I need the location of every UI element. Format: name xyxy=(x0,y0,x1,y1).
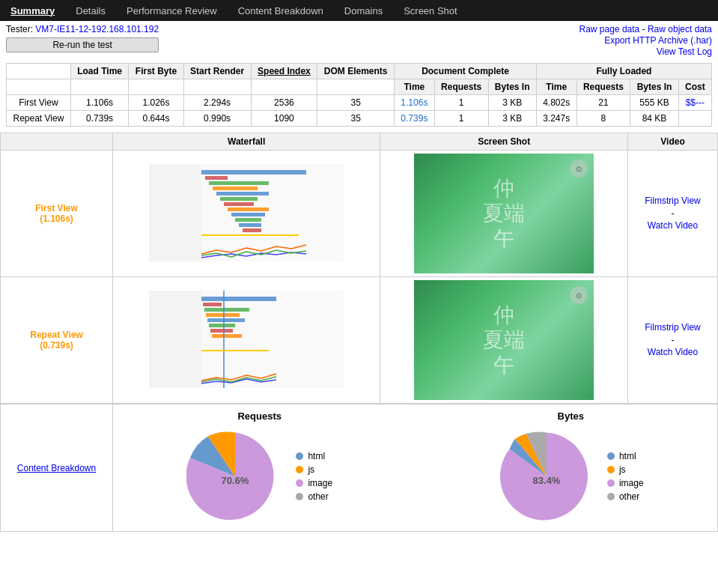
watermark2: ⊙ xyxy=(570,286,588,304)
dash2: - xyxy=(631,335,714,345)
empty-sr xyxy=(183,79,251,95)
nav-summary[interactable]: Summary xyxy=(0,0,65,21)
perf-full-cost-0[interactable]: $$--- xyxy=(678,95,711,111)
requests-legend-html: html xyxy=(296,451,332,461)
watermark: ⊙ xyxy=(570,160,588,178)
perf-dom-1: 35 xyxy=(317,111,395,127)
bytes-pie-svg: 83.4% xyxy=(498,428,595,525)
svg-rect-22 xyxy=(209,324,235,327)
full-bytes-header: Bytes In xyxy=(630,79,678,95)
bytes-legend-other: other xyxy=(607,491,644,502)
first-view-filmstrip-link[interactable]: Filmstrip View xyxy=(631,194,714,208)
repeat-view-waterfall-svg xyxy=(149,291,344,388)
empty-fb xyxy=(129,79,183,95)
svg-rect-13 xyxy=(243,228,261,232)
requests-chart-title: Requests xyxy=(237,410,282,422)
svg-rect-7 xyxy=(220,197,258,201)
perf-doc-bytes-0: 3 KB xyxy=(488,95,536,111)
doc-bytes-header: Bytes In xyxy=(488,79,536,95)
info-right: Raw page data - Raw object data Export H… xyxy=(579,24,712,57)
perf-doc-req-1: 1 xyxy=(434,111,488,127)
raw-object-data-link[interactable]: Raw object data xyxy=(648,24,712,34)
perf-first-byte-1: 0.644s xyxy=(129,111,183,127)
repeat-view-label: Repeat View(0.739s) xyxy=(1,277,113,404)
info-left: Tester: VM7-IE11-12-192.168.101.192 Re-r… xyxy=(6,24,159,57)
svg-rect-16 xyxy=(149,291,201,388)
nav-content-breakdown[interactable]: Content Breakdown xyxy=(228,0,334,21)
svg-rect-17 xyxy=(201,297,276,301)
screenshot-header: Screen Shot xyxy=(380,133,628,151)
first-view-waterfall[interactable] xyxy=(113,151,380,277)
perf-full-time-0: 4.802s xyxy=(536,95,576,111)
results-empty-header xyxy=(1,133,113,151)
results-table: Waterfall Screen Shot Video First View(1… xyxy=(0,133,718,404)
first-view-label: First View(1.106s) xyxy=(1,151,113,277)
perf-load-time-0: 1.106s xyxy=(70,95,129,111)
col-first-byte: First Byte xyxy=(129,64,183,79)
perf-start-render-0: 2.294s xyxy=(183,95,251,111)
perf-doc-req-0: 1 xyxy=(434,95,488,111)
svg-rect-6 xyxy=(216,192,269,196)
repeat-view-waterfall[interactable] xyxy=(113,277,380,404)
content-breakdown-table: Content Breakdown Requests xyxy=(0,404,718,532)
export-http-link[interactable]: Export HTTP Archive (.har) xyxy=(604,35,712,46)
repeat-view-watch-video-link[interactable]: Watch Video xyxy=(631,345,714,360)
bytes-legend: html js image xyxy=(607,451,644,502)
perf-full-time-1: 3.247s xyxy=(536,111,576,127)
svg-rect-23 xyxy=(210,329,233,333)
bytes-html-dot xyxy=(607,452,615,460)
screenshot-chinese-text: 仲夏端午 xyxy=(483,176,525,252)
repeat-view-video: Filmstrip View - Watch Video xyxy=(628,277,718,404)
bytes-image-label: image xyxy=(619,478,644,488)
repeat-view-screenshot-img: ⊙ 仲夏端午 xyxy=(414,280,594,400)
nav-details[interactable]: Details xyxy=(65,0,116,21)
content-breakdown-charts: Requests xyxy=(113,404,718,532)
col-load-time: Load Time xyxy=(70,64,129,79)
full-requests-header: Requests xyxy=(576,79,630,95)
perf-start-render-1: 0.990s xyxy=(183,111,251,127)
svg-rect-11 xyxy=(235,218,261,222)
repeat-view-screenshot: ⊙ 仲夏端午 xyxy=(380,277,628,404)
perf-speed-index-0: 2536 xyxy=(251,95,317,111)
nav-performance-review[interactable]: Performance Review xyxy=(116,0,228,21)
empty-si xyxy=(251,79,317,95)
tester-info: Tester: VM7-IE11-12-192.168.101.192 xyxy=(6,24,159,34)
perf-doc-time-1: 0.739s xyxy=(395,111,435,127)
view-test-log-link[interactable]: View Test Log xyxy=(657,46,712,57)
svg-rect-4 xyxy=(209,181,269,185)
perf-full-bytes-0: 555 KB xyxy=(630,95,678,111)
perf-section: Load Time First Byte Start Render Speed … xyxy=(0,60,718,127)
image-label: image xyxy=(308,478,332,488)
navbar: Summary Details Performance Review Conte… xyxy=(0,0,718,21)
bytes-js-label: js xyxy=(619,464,626,475)
fully-loaded-header: Fully Loaded xyxy=(536,64,711,79)
perf-first-byte-0: 1.026s xyxy=(129,95,183,111)
bytes-other-dot xyxy=(607,493,615,500)
nav-screen-shot[interactable]: Screen Shot xyxy=(393,0,468,21)
content-breakdown-link[interactable]: Content Breakdown xyxy=(17,463,96,473)
svg-rect-21 xyxy=(207,318,245,322)
bytes-other-label: other xyxy=(619,491,639,502)
nav-domains[interactable]: Domains xyxy=(334,0,393,21)
perf-dom-0: 35 xyxy=(317,95,395,111)
first-view-watch-video-link[interactable]: Watch Video xyxy=(631,219,714,233)
bytes-legend-image: image xyxy=(607,478,644,488)
svg-rect-3 xyxy=(205,176,228,180)
svg-rect-19 xyxy=(204,308,249,312)
requests-legend-other: other xyxy=(296,491,332,502)
waterfall-header: Waterfall xyxy=(113,133,380,151)
dash1: - xyxy=(631,208,714,219)
svg-text:70.6%: 70.6% xyxy=(222,475,249,486)
first-view-waterfall-svg xyxy=(149,164,344,261)
repeat-view-filmstrip-link[interactable]: Filmstrip View xyxy=(631,321,714,335)
doc-time-header: Time xyxy=(395,79,435,95)
requests-chart-with-legend: 70.6% html js xyxy=(186,428,332,525)
perf-row-label-0: First View xyxy=(7,95,71,111)
raw-page-data-link[interactable]: Raw page data xyxy=(579,24,640,34)
tester-label: Tester: xyxy=(6,24,33,34)
svg-rect-2 xyxy=(201,170,306,175)
empty-dom xyxy=(317,79,395,95)
rerun-button[interactable]: Re-run the test xyxy=(6,37,159,52)
empty-cell2 xyxy=(7,79,71,95)
svg-rect-20 xyxy=(206,313,240,317)
